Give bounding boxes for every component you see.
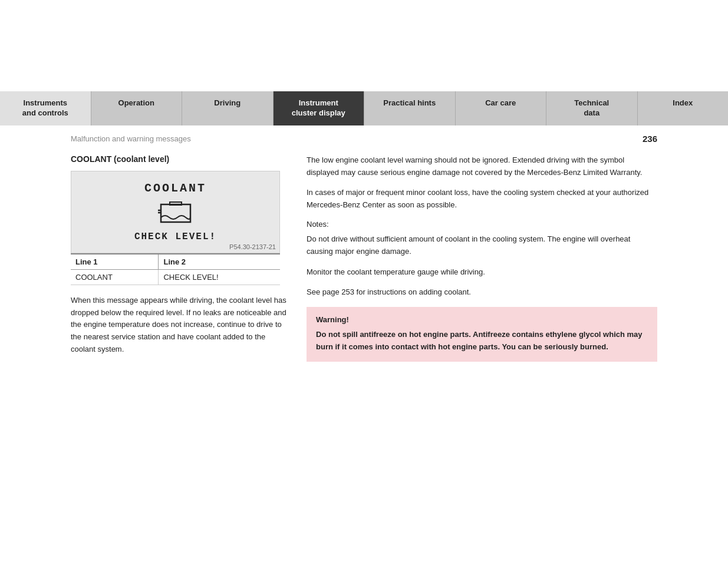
nav-item-technical-data[interactable]: Technicaldata xyxy=(546,91,638,125)
right-paragraph-2: In cases of major or frequent minor cool… xyxy=(307,187,657,211)
nav-item-operation[interactable]: Operation xyxy=(91,91,183,125)
nav-item-driving[interactable]: Driving xyxy=(182,91,274,125)
svg-rect-0 xyxy=(161,204,190,222)
section-title: COOLANT (coolant level) xyxy=(71,154,289,164)
table-cell-line1: COOLANT xyxy=(71,269,159,285)
note-2: Monitor the coolant temperature gauge wh… xyxy=(307,266,657,279)
nav-item-index[interactable]: Index xyxy=(638,91,729,125)
note-3: See page 253 for instructions on adding … xyxy=(307,286,657,299)
nav-item-instrument-cluster-display[interactable]: Instrumentcluster display xyxy=(274,91,365,125)
svg-rect-1 xyxy=(170,202,182,205)
warning-text: Do not spill antifreeze on hot engine pa… xyxy=(316,329,648,353)
display-line1: COOLANT xyxy=(144,181,206,195)
left-column: COOLANT (coolant level) COOLANT CHECK L xyxy=(71,154,289,362)
nav-item-instruments-and-controls[interactable]: Instrumentsand controls xyxy=(0,91,91,125)
nav-bar: Instrumentsand controls Operation Drivin… xyxy=(0,91,728,125)
right-column: The low engine coolant level warning sho… xyxy=(307,154,657,362)
warning-label: Warning! xyxy=(316,315,648,324)
coolant-icon xyxy=(158,200,193,228)
breadcrumb: Malfunction and warning messages xyxy=(71,134,619,143)
notes-label: Notes: xyxy=(307,220,657,229)
coolant-table: Line 1 Line 2 COOLANT CHECK LEVEL! xyxy=(71,253,280,285)
breadcrumb-row: Malfunction and warning messages 236 xyxy=(0,129,728,148)
image-reference: P54.30-2137-21 xyxy=(229,243,276,250)
main-content: COOLANT (coolant level) COOLANT CHECK L xyxy=(0,154,728,362)
table-header-line1: Line 1 xyxy=(71,254,159,270)
table-cell-line2: CHECK LEVEL! xyxy=(159,269,280,285)
note-1: Do not drive without sufficient amount o… xyxy=(307,233,657,258)
table-row: COOLANT CHECK LEVEL! xyxy=(71,269,280,285)
warning-box: Warning! Do not spill antifreeze on hot … xyxy=(307,307,657,362)
page-number: 236 xyxy=(643,134,657,144)
nav-item-practical-hints[interactable]: Practical hints xyxy=(364,91,456,125)
nav-item-car-care[interactable]: Car care xyxy=(456,91,547,125)
left-body-paragraph: When this message appears while driving,… xyxy=(71,295,289,356)
table-header-line2: Line 2 xyxy=(159,254,280,270)
display-line2: CHECK LEVEL! xyxy=(134,232,216,242)
right-paragraph-1: The low engine coolant level warning sho… xyxy=(307,154,657,179)
coolant-display-image: COOLANT CHECK LEVEL! P54.30-2137-21 xyxy=(71,171,280,253)
